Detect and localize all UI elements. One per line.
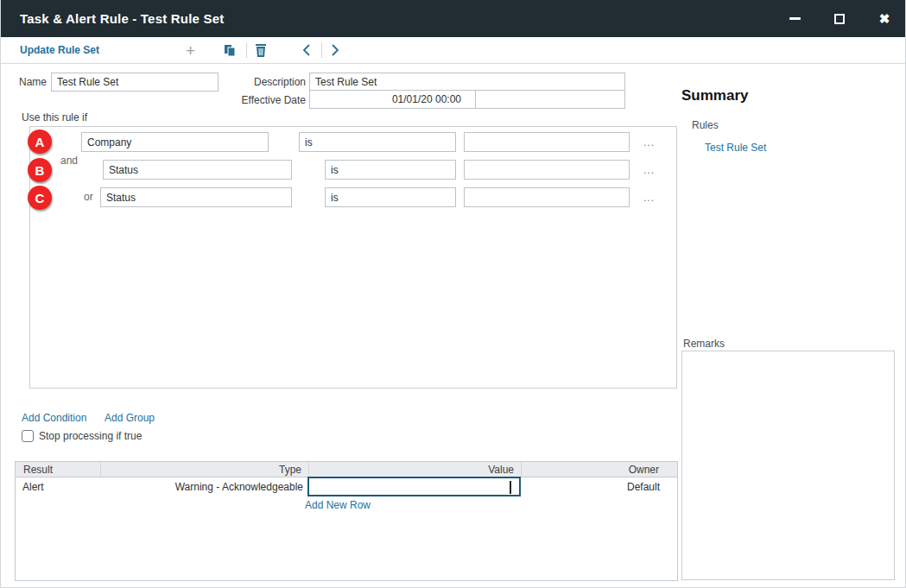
type-cell[interactable]: Warning - Acknowledgeable <box>100 477 303 496</box>
chevron-right-icon <box>330 44 340 56</box>
results-table-header: Result Type Value Owner <box>16 462 677 477</box>
stop-processing-label: Stop processing if true <box>39 430 142 442</box>
owner-cell: Default <box>519 477 660 496</box>
toolbar-separator-2 <box>321 42 322 58</box>
copy-icon-svg <box>224 44 237 57</box>
previous-icon[interactable] <box>301 44 312 56</box>
description-input[interactable] <box>309 73 625 91</box>
rule-set-link[interactable]: Test Rule Set <box>705 142 766 154</box>
update-rule-set-button[interactable]: Update Rule Set <box>20 44 99 56</box>
next-icon[interactable] <box>330 44 340 56</box>
window-titlebar: Task & Alert Rule - Test Rule Set ✖ <box>1 0 906 37</box>
description-label: Description <box>227 73 306 92</box>
summary-title: Summary <box>681 87 748 104</box>
condition-c-field-input[interactable] <box>100 187 292 207</box>
condition-b-connector: and <box>60 155 78 167</box>
text-caret <box>510 481 511 494</box>
name-input[interactable] <box>51 73 219 92</box>
remarks-label: Remarks <box>683 338 725 350</box>
annotation-badge-a: A <box>28 130 52 154</box>
rules-label: Rules <box>692 119 719 131</box>
effective-date-label: Effective Date <box>227 91 306 110</box>
effective-date-spacer <box>475 90 625 109</box>
rule-section-label: Use this rule if <box>22 111 87 123</box>
add-new-row-link[interactable]: Add New Row <box>305 499 371 511</box>
maximize-icon <box>834 14 845 24</box>
condition-a-value-input[interactable] <box>464 132 630 152</box>
condition-a-field-input[interactable] <box>81 132 269 152</box>
condition-b-field-input[interactable] <box>103 160 292 180</box>
header-owner[interactable]: Owner <box>522 462 677 477</box>
annotation-badge-c: C <box>28 186 52 210</box>
maximize-button[interactable] <box>817 0 862 37</box>
close-button[interactable]: ✖ <box>862 0 906 37</box>
condition-c-value-input[interactable] <box>464 187 630 207</box>
stop-processing-row: Stop processing if true <box>22 430 142 442</box>
condition-c-more-button[interactable]: ... <box>643 192 655 204</box>
header-value[interactable]: Value <box>309 462 522 477</box>
header-result[interactable]: Result <box>16 462 101 477</box>
condition-c-connector: or <box>84 191 93 203</box>
condition-b-value-input[interactable] <box>464 160 630 180</box>
stop-processing-checkbox[interactable] <box>22 430 34 442</box>
trash-icon-svg <box>255 44 267 57</box>
toolbar: Update Rule Set + <box>1 37 906 64</box>
condition-b-operator-input[interactable] <box>325 160 456 180</box>
condition-a-operator-input[interactable] <box>299 132 456 152</box>
close-icon: ✖ <box>879 11 890 27</box>
copy-icon[interactable] <box>224 44 237 57</box>
remarks-textarea[interactable] <box>681 351 895 580</box>
window-title: Task & Alert Rule - Test Rule Set <box>1 11 224 26</box>
add-group-link[interactable]: Add Group <box>105 412 155 424</box>
chevron-left-icon <box>301 44 312 56</box>
name-label: Name <box>1 73 47 92</box>
condition-b-more-button[interactable]: ... <box>643 164 655 176</box>
trash-icon[interactable] <box>255 44 267 57</box>
add-icon[interactable]: + <box>186 42 195 59</box>
toolbar-separator <box>246 42 247 58</box>
minimize-button[interactable] <box>772 0 817 37</box>
value-cell-input[interactable] <box>307 477 521 496</box>
result-cell: Alert <box>22 477 44 496</box>
effective-date-input[interactable] <box>309 90 476 109</box>
minimize-icon <box>789 17 801 20</box>
condition-a-more-button[interactable]: ... <box>643 136 655 149</box>
condition-c-operator-input[interactable] <box>325 187 456 207</box>
annotation-badge-b: B <box>28 158 52 182</box>
add-condition-link[interactable]: Add Condition <box>22 412 86 424</box>
header-type[interactable]: Type <box>101 462 309 477</box>
window-controls: ✖ <box>772 0 906 37</box>
